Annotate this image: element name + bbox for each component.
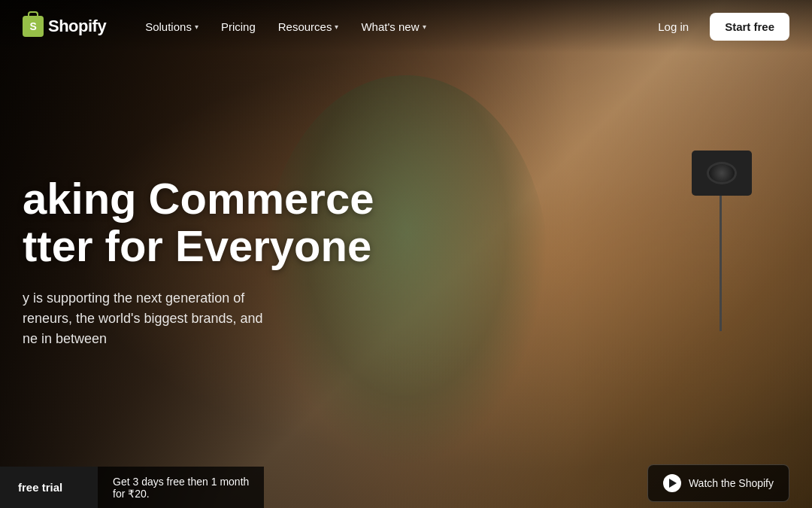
watch-label: Watch the Shopify bbox=[689, 477, 774, 489]
resources-chevron-icon: ▾ bbox=[335, 23, 338, 31]
offer-text: Get 3 days free then 1 monthfor ₹20. bbox=[98, 467, 264, 508]
whats-new-chevron-icon: ▾ bbox=[423, 23, 426, 31]
hero-subtitle: y is supporting the next generation ofre… bbox=[23, 288, 278, 349]
nav-whats-new[interactable]: What's new ▾ bbox=[352, 14, 435, 39]
navbar: S Shopify Solutions ▾ Pricing Resources … bbox=[0, 0, 812, 53]
logo-text: Shopify bbox=[48, 17, 106, 36]
start-free-button[interactable]: Start free bbox=[710, 13, 789, 41]
bottom-bar: free trial Get 3 days free then 1 monthf… bbox=[0, 467, 812, 508]
nav-actions: Log in Start free bbox=[646, 13, 789, 41]
camera-right bbox=[662, 75, 752, 301]
brand-logo[interactable]: S Shopify bbox=[23, 16, 106, 37]
solutions-chevron-icon: ▾ bbox=[195, 23, 198, 31]
nav-solutions[interactable]: Solutions ▾ bbox=[136, 14, 208, 39]
nav-pricing[interactable]: Pricing bbox=[212, 14, 265, 39]
hero-title-line2: tter for Everyone bbox=[23, 221, 371, 270]
hero-title: aking Commerce tter for Everyone bbox=[23, 174, 374, 270]
hero-content: aking Commerce tter for Everyone y is su… bbox=[23, 174, 374, 349]
hero-title-line1: aking Commerce bbox=[23, 173, 374, 222]
login-button[interactable]: Log in bbox=[646, 14, 701, 39]
watch-video-button[interactable]: Watch the Shopify bbox=[647, 464, 789, 502]
nav-resources[interactable]: Resources ▾ bbox=[269, 14, 348, 39]
play-icon bbox=[663, 474, 681, 492]
logo-icon: S bbox=[23, 16, 44, 37]
nav-links: Solutions ▾ Pricing Resources ▾ What's n… bbox=[136, 14, 646, 39]
free-trial-button[interactable]: free trial bbox=[0, 467, 98, 508]
